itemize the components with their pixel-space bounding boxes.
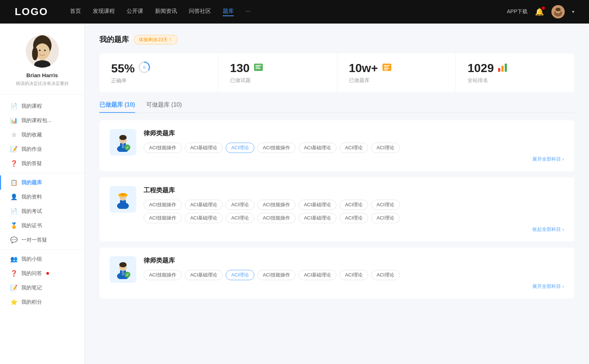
sidebar-item-label: 我的答疑 bbox=[21, 160, 42, 167]
qbank-tag-0-0[interactable]: ACI技能操作 bbox=[144, 143, 182, 153]
qbank-tag-1-2[interactable]: ACI理论 bbox=[226, 200, 254, 210]
notification-bell[interactable]: 🔔 bbox=[535, 7, 544, 16]
logo: LOGO bbox=[15, 6, 48, 18]
sidebar-item-我的作业[interactable]: 📝 我的作业 bbox=[0, 142, 84, 156]
qbank-title-1: 工程类题库 bbox=[144, 186, 564, 195]
nav-links: 首页发现课程公开课新闻资讯问答社区题库··· bbox=[70, 8, 507, 16]
qbank-tag-0-2[interactable]: ACI理论 bbox=[226, 143, 254, 153]
app-download-button[interactable]: APP下载 bbox=[507, 8, 528, 15]
sidebar-item-label: 我的笔记 bbox=[21, 285, 42, 291]
svg-point-30 bbox=[119, 135, 127, 140]
sidebar-menu: 📄 我的课程 📊 我的课程包... ☆ 我的收藏 📝 我的作业 ❓ 我的答疑 📋… bbox=[0, 99, 84, 309]
qbank-tag-0-4[interactable]: ACI基础理论 bbox=[299, 143, 337, 153]
qbank-tag-1-11[interactable]: ACI基础理论 bbox=[299, 213, 337, 223]
qbank-tag-1-9[interactable]: ACI理论 bbox=[226, 213, 254, 223]
page-title: 我的题库 bbox=[99, 35, 129, 44]
sidebar-icon: 👥 bbox=[10, 256, 18, 263]
qbank-icon: ✓ bbox=[110, 256, 136, 283]
collapse-link-1[interactable]: 收起全部科目 › bbox=[144, 226, 564, 233]
sidebar-item-我的考试[interactable]: 📄 我的考试 bbox=[0, 204, 84, 218]
qbank-tag-1-4[interactable]: ACI基础理论 bbox=[299, 200, 337, 210]
svg-rect-17 bbox=[255, 67, 260, 67]
sidebar-item-我的答疑[interactable]: ❓ 我的答疑 bbox=[0, 156, 84, 171]
sidebar-item-我的题库[interactable]: 📋 我的题库 bbox=[0, 175, 84, 190]
sidebar-item-我的课程[interactable]: 📄 我的课程 bbox=[0, 99, 84, 113]
svg-rect-24 bbox=[498, 68, 500, 72]
svg-point-9 bbox=[32, 47, 38, 60]
nav-item-问答社区[interactable]: 问答社区 bbox=[189, 8, 211, 16]
sidebar-item-我的收藏[interactable]: ☆ 我的收藏 bbox=[0, 128, 84, 142]
sidebar-icon: 👤 bbox=[10, 193, 18, 200]
qbank-tag-1-7[interactable]: ACI技能操作 bbox=[144, 213, 182, 223]
tab-1[interactable]: 可做题库 (10) bbox=[146, 101, 182, 113]
qbank-card-0: ✓ 律师类题库 ACI技能操作ACI基础理论ACI理论ACI技能操作ACI基础理… bbox=[99, 120, 574, 171]
sidebar-item-我的资料[interactable]: 👤 我的资料 bbox=[0, 190, 84, 204]
svg-rect-23 bbox=[384, 69, 388, 70]
qbank-tag-2-5[interactable]: ACI理论 bbox=[339, 270, 368, 280]
nav-item-发现课程[interactable]: 发现课程 bbox=[93, 8, 115, 16]
stat-label-0: 正确率 bbox=[111, 78, 206, 84]
svg-rect-25 bbox=[501, 66, 504, 72]
qbank-icon bbox=[110, 186, 136, 213]
stat-value-1: 130 bbox=[230, 61, 250, 75]
nav-item-首页[interactable]: 首页 bbox=[70, 8, 81, 16]
qbank-tags-row: ACI技能操作ACI基础理论ACI理论ACI技能操作ACI基础理论ACI理论AC… bbox=[144, 200, 564, 210]
sidebar-item-我的问答[interactable]: ❓ 我的问答 bbox=[0, 266, 84, 281]
qbank-tag-2-4[interactable]: ACI基础理论 bbox=[299, 270, 337, 280]
sidebar-item-我的证书[interactable]: 🏅 我的证书 bbox=[0, 218, 84, 233]
qbank-tag-1-6[interactable]: ACI理论 bbox=[371, 200, 400, 210]
qbank-tag-1-10[interactable]: ACI技能操作 bbox=[257, 213, 296, 223]
sidebar-item-一对一答疑[interactable]: 💬 一对一答疑 bbox=[0, 233, 84, 247]
nav-item-新闻资讯[interactable]: 新闻资讯 bbox=[155, 8, 177, 16]
sidebar-avatar bbox=[26, 35, 59, 68]
menu-divider bbox=[0, 173, 84, 173]
trial-badge: 体验剩余23天！ bbox=[134, 35, 177, 44]
sidebar-item-我的课程包...[interactable]: 📊 我的课程包... bbox=[0, 113, 84, 128]
tab-0[interactable]: 已做题库 (10) bbox=[99, 101, 135, 113]
stat-value-row: 55% bbox=[111, 61, 206, 75]
svg-rect-18 bbox=[255, 68, 261, 69]
svg-text:✓: ✓ bbox=[126, 273, 129, 277]
sidebar-item-label: 一对一答疑 bbox=[21, 237, 47, 243]
qbank-tag-1-0[interactable]: ACI技能操作 bbox=[144, 200, 182, 210]
qbank-tag-1-3[interactable]: ACI技能操作 bbox=[257, 200, 296, 210]
qbank-tag-1-12[interactable]: ACI理论 bbox=[339, 213, 368, 223]
nav-item-···[interactable]: ··· bbox=[246, 8, 250, 16]
stat-icon-3 bbox=[497, 62, 508, 75]
sidebar-item-我的积分[interactable]: ⭐ 我的积分 bbox=[0, 295, 84, 309]
qbank-tag-0-1[interactable]: ACI基础理论 bbox=[185, 143, 223, 153]
stat-label-1: 已做试题 bbox=[230, 77, 325, 84]
qbank-tag-0-5[interactable]: ACI理论 bbox=[339, 143, 368, 153]
sidebar-icon: 📄 bbox=[10, 103, 18, 110]
qbank-card-2: ✓ 律师类题库 ACI技能操作ACI基础理论ACI理论ACI技能操作ACI基础理… bbox=[99, 247, 574, 299]
qbank-tag-1-8[interactable]: ACI基础理论 bbox=[185, 213, 223, 223]
qbank-tag-1-1[interactable]: ACI基础理论 bbox=[185, 200, 223, 210]
user-dropdown-icon[interactable]: ▾ bbox=[572, 9, 574, 14]
qbank-tag-2-1[interactable]: ACI基础理论 bbox=[185, 270, 223, 280]
nav-item-公开课[interactable]: 公开课 bbox=[127, 8, 143, 16]
sidebar-item-label: 我的题库 bbox=[21, 179, 42, 186]
qbank-tag-2-6[interactable]: ACI理论 bbox=[371, 270, 400, 280]
sidebar-item-我的小组[interactable]: 👥 我的小组 bbox=[0, 252, 84, 266]
svg-point-11 bbox=[44, 50, 46, 51]
expand-link-0[interactable]: 展开全部科目 › bbox=[144, 156, 564, 163]
stat-item-1: 130 已做试题 bbox=[218, 53, 337, 92]
nav-item-题库[interactable]: 题库 bbox=[223, 8, 234, 16]
sidebar-icon: 💬 bbox=[10, 236, 18, 243]
qbank-tag-2-0[interactable]: ACI技能操作 bbox=[144, 270, 182, 280]
svg-rect-16 bbox=[255, 65, 261, 66]
expand-link-2[interactable]: 展开全部科目 › bbox=[144, 283, 564, 290]
qbank-tag-1-5[interactable]: ACI理论 bbox=[339, 200, 368, 210]
navbar: LOGO 首页发现课程公开课新闻资讯问答社区题库··· APP下载 🔔 ▾ bbox=[0, 0, 589, 24]
qbank-header: 工程类题库 ACI技能操作ACI基础理论ACI理论ACI技能操作ACI基础理论A… bbox=[110, 186, 564, 233]
sidebar-item-label: 我的积分 bbox=[21, 299, 42, 306]
qbank-tag-2-3[interactable]: ACI技能操作 bbox=[257, 270, 296, 280]
sidebar-item-我的笔记[interactable]: 📝 我的笔记 bbox=[0, 281, 84, 295]
qbank-tag-0-3[interactable]: ACI技能操作 bbox=[257, 143, 296, 153]
stat-value-2: 10w+ bbox=[349, 61, 378, 75]
user-avatar[interactable] bbox=[551, 5, 565, 18]
svg-text:✓: ✓ bbox=[126, 146, 129, 150]
qbank-tag-0-6[interactable]: ACI理论 bbox=[371, 143, 400, 153]
qbank-tag-2-2[interactable]: ACI理论 bbox=[226, 270, 254, 280]
qbank-tag-1-13[interactable]: ACI理论 bbox=[371, 213, 400, 223]
